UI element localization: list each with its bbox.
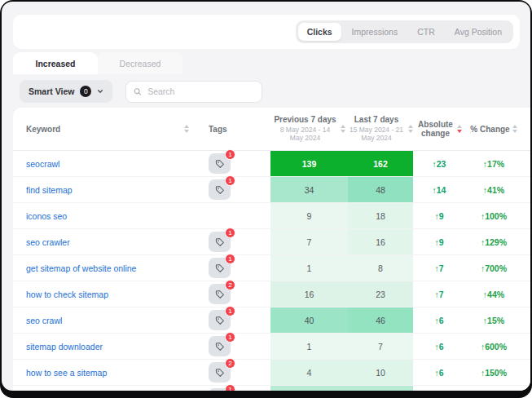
metric-tab-avg-position[interactable]: Avg Position [446,23,511,41]
keyword-link[interactable]: seo crawl [26,316,62,325]
header-url: URL [522,125,530,134]
header-previous-title: Previous 7 days [274,115,336,126]
sort-icon-previous[interactable] [341,125,345,133]
last-clicks-value [348,386,413,391]
window-frame: Clicks Impressions CTR Avg Position Incr… [0,0,532,398]
header-percent-change[interactable]: % Change [465,125,522,134]
last-clicks-value: 48 [348,177,413,202]
header-last-7-days[interactable]: Last 7 days 15 May 2024 - 21 May 2024 [348,115,413,143]
tag-button[interactable]: 1 [209,232,231,252]
table-row: how to see a sitemap 2 4 10 ↑6 ↑150% /en [13,360,530,386]
last-clicks-value: 7 [348,334,413,359]
table-row: sitemap downloader 1 1 7 ↑6 ↑600% /en [13,334,530,360]
table-row: iconos seo 9 18 ↑9 ↑100% /em [13,203,530,229]
tag-button[interactable]: 1 [209,388,231,391]
tag-count-badge: 1 [225,149,235,160]
tag-button[interactable]: 1 [209,336,231,356]
percent-change-value: ↑41% [483,185,504,195]
header-tags: Tags [194,125,270,134]
last-clicks-value: 8 [348,255,413,281]
table-header-row: Keyword Tags Previous 7 days 8 May 2024 … [13,108,530,151]
keyword-link[interactable]: sitemap downloader [26,342,103,352]
tag-icon [215,368,225,378]
percent-change-value: ↑17% [483,159,504,169]
table-row: 1 [13,386,530,391]
search-input[interactable] [147,86,254,96]
last-clicks-value: 46 [348,307,413,333]
header-previous-dates: 8 May 2024 - 14 May 2024 [274,126,337,143]
last-clicks-value: 23 [348,281,413,307]
previous-clicks-value: 1 [270,255,348,281]
header-absolute-change[interactable]: Absolute change [413,120,465,138]
header-last-title: Last 7 days [354,115,398,126]
header-tags-label: Tags [209,125,227,134]
tag-count-badge: 1 [225,228,235,238]
previous-clicks-value: 40 [270,307,348,333]
metric-tab-ctr[interactable]: CTR [408,23,444,41]
percent-change-value: ↑15% [483,316,504,325]
search-icon [134,87,142,96]
header-previous-7-days[interactable]: Previous 7 days 8 May 2024 - 14 May 2024 [270,115,348,143]
tag-count-badge: 1 [225,254,235,264]
tab-decreased[interactable]: Decreased [98,52,182,74]
sort-icon-percent[interactable] [512,125,517,133]
search-box[interactable] [125,81,262,103]
percent-change-value: ↑150% [481,368,507,378]
header-keyword[interactable]: Keyword [13,125,194,134]
tag-button[interactable]: 1 [209,179,231,200]
metric-tab-clicks[interactable]: Clicks [298,23,341,41]
tag-button[interactable]: 1 [209,258,231,278]
keyword-link[interactable]: how to see a sitemap [26,368,107,378]
table-body: seocrawl 1 139 162 ↑23 ↑17% / find sitem… [13,151,530,391]
percent-change-value: ↑129% [481,237,507,247]
keyword-link[interactable]: seocrawl [26,159,59,169]
previous-clicks-value: 1 [270,334,348,359]
tag-button[interactable]: 2 [209,362,231,383]
percent-change-value: ↑100% [481,211,507,221]
absolute-change-value: ↑9 [434,211,443,221]
tab-increased[interactable]: Increased [13,52,98,74]
previous-clicks-value [270,386,348,391]
keyword-link[interactable]: iconos seo [26,211,67,221]
header-last-dates: 15 May 2024 - 21 May 2024 [348,126,405,143]
absolute-change-value: ↑9 [434,237,443,247]
tag-button[interactable]: 1 [209,310,231,330]
sort-icon-absolute-change-active[interactable] [457,125,462,133]
tag-icon [215,342,225,352]
tag-icon [215,159,225,169]
tag-icon [215,237,225,247]
absolute-change-value: ↑14 [433,185,446,195]
smart-view-dropdown[interactable]: Smart View 0 [20,80,112,103]
filter-bar: Smart View 0 [20,80,262,103]
previous-clicks-value: 34 [270,177,348,202]
tag-icon [215,263,225,273]
tag-count-badge: 1 [225,175,235,186]
last-clicks-value: 162 [348,151,413,176]
tag-button[interactable]: 1 [209,153,231,174]
keyword-link[interactable]: seo crawler [26,237,70,247]
metric-segmented-control: Clicks Impressions CTR Avg Position [296,20,513,43]
table-row: get sitemap of website online 1 1 8 ↑7 ↑… [13,255,530,281]
absolute-change-value: ↑6 [434,342,443,352]
header-keyword-label: Keyword [26,125,60,134]
table-row: seocrawl 1 139 162 ↑23 ↑17% / [13,151,530,177]
last-clicks-value: 10 [348,360,413,385]
previous-clicks-value: 9 [270,203,348,228]
percent-change-value: ↑700% [481,263,507,273]
sort-icon-keyword[interactable] [184,125,189,133]
table-row: how to check sitemap 2 16 23 ↑7 ↑44% /en [13,281,530,307]
table-row: find sitemap 1 34 48 ↑14 ↑41% /en [13,177,530,203]
metric-tab-impressions[interactable]: Impressions [343,23,407,41]
trend-tabs: Increased Decreased [13,52,182,74]
absolute-change-value: ↑6 [434,368,443,378]
header-absolute-label: Absolute change [417,120,455,138]
percent-change-value: ↑600% [481,342,507,352]
tag-button[interactable]: 2 [209,284,231,304]
previous-clicks-value: 4 [270,360,348,385]
percent-change-value: ↑44% [483,290,504,299]
keyword-link[interactable]: how to check sitemap [26,290,108,299]
tag-icon [215,316,225,325]
keyword-link[interactable]: find sitemap [26,185,73,195]
keyword-link[interactable]: get sitemap of website online [26,263,136,273]
tag-count-badge: 2 [225,358,235,369]
